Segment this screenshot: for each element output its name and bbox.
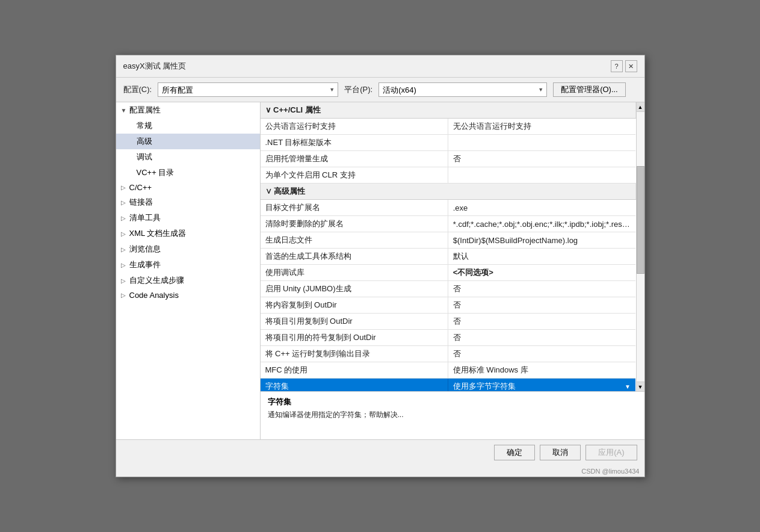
tree-label-manifest: 清单工具: [129, 212, 161, 223]
prop-row-charset[interactable]: 字符集 使用多字节字符集 ▼: [261, 379, 636, 392]
prop-name-managed: 启用托管增量生成: [261, 151, 448, 167]
watermark-bar: CSDN @limou3434: [116, 465, 644, 477]
help-button[interactable]: ?: [611, 60, 623, 72]
scrollbar-track: [637, 112, 644, 382]
prop-row-managed[interactable]: 启用托管增量生成 否: [261, 151, 636, 167]
tree-label-build-events: 生成事件: [129, 259, 161, 270]
bottom-panel-title: 字符集: [268, 397, 637, 407]
prop-value-copy-symbols: 否: [448, 330, 635, 346]
prop-row-copy-runtime[interactable]: 将 C++ 运行时复制到输出目录 否: [261, 346, 636, 362]
tree-item-browse[interactable]: ▷ 浏览信息: [116, 241, 260, 257]
prop-value-copy-refs: 否: [448, 314, 635, 330]
prop-row-copy-refs[interactable]: 将项目引用复制到 OutDir 否: [261, 314, 636, 330]
prop-name-copy-symbols: 将项目引用的符号复制到 OutDir: [261, 330, 448, 346]
prop-row-build-log[interactable]: 生成日志文件 $(IntDir)$(MSBuildProjectName).lo…: [261, 232, 636, 249]
scrollbar-up-btn[interactable]: ▲: [637, 102, 644, 112]
tree-label-code-analysis: Code Analysis: [129, 291, 179, 300]
config-manager-button[interactable]: 配置管理器(O)...: [553, 82, 626, 97]
tree-item-xml[interactable]: ▷ XML 文档生成器: [116, 226, 260, 241]
arrow-browse: ▷: [121, 246, 127, 253]
property-dialog: easyX测试 属性页 ? ✕ 配置(C): 所有配置 平台(P): 活动(x6…: [116, 55, 645, 477]
toolbar-row: 配置(C): 所有配置 平台(P): 活动(x64) 配置管理器(O)...: [116, 78, 644, 102]
tree-label-cpp: C/C++: [129, 183, 152, 192]
prop-name-debug-lib: 使用调试库: [261, 265, 448, 281]
close-button[interactable]: ✕: [625, 60, 637, 72]
platform-label: 平台(P):: [344, 84, 372, 95]
right-main: ∨ C++/CLI 属性 公共语言运行时支持 无公共语言运行时支持 .NET 目…: [261, 102, 644, 391]
platform-select[interactable]: 活动(x64): [378, 82, 547, 97]
prop-row-clr[interactable]: 公共语言运行时支持 无公共语言运行时支持: [261, 119, 636, 135]
prop-name-target-ext: 目标文件扩展名: [261, 200, 448, 216]
prop-name-copy-refs: 将项目引用复制到 OutDir: [261, 314, 448, 330]
prop-row-toolset[interactable]: 首选的生成工具体系结构 默认: [261, 249, 636, 265]
prop-name-clean-ext: 清除时要删除的扩展名: [261, 216, 448, 232]
tree-item-config-props[interactable]: ▼ 配置属性: [116, 102, 260, 118]
bottom-panel: 字符集 通知编译器使用指定的字符集；帮助解决...: [261, 391, 644, 439]
cancel-button[interactable]: 取消: [540, 445, 581, 460]
props-scrollable[interactable]: ∨ C++/CLI 属性 公共语言运行时支持 无公共语言运行时支持 .NET 目…: [261, 102, 636, 391]
prop-value-unity: 否: [448, 281, 635, 297]
tree-item-vc-dirs[interactable]: VC++ 目录: [116, 165, 260, 181]
prop-value-toolset: 默认: [448, 249, 635, 265]
prop-row-unity[interactable]: 启用 Unity (JUMBO)生成 否: [261, 281, 636, 297]
prop-row-clean-ext[interactable]: 清除时要删除的扩展名 *.cdf;*.cache;*.obj;*.obj.enc…: [261, 216, 636, 232]
tree-item-build-events[interactable]: ▷ 生成事件: [116, 257, 260, 273]
dialog-title: easyX测试 属性页: [123, 61, 187, 72]
section-header-advanced: ∨ 高级属性: [261, 184, 636, 200]
scrollbar-thumb[interactable]: [637, 166, 644, 274]
prop-row-copy-content[interactable]: 将内容复制到 OutDir 否: [261, 297, 636, 314]
arrow-config-props: ▼: [121, 107, 127, 114]
tree-item-linker[interactable]: ▷ 链接器: [116, 194, 260, 210]
scrollbar[interactable]: ▲ ▼: [636, 102, 644, 391]
apply-button[interactable]: 应用(A): [585, 445, 637, 460]
props-table: ∨ C++/CLI 属性 公共语言运行时支持 无公共语言运行时支持 .NET 目…: [261, 102, 636, 391]
prop-value-clean-ext: *.cdf;*.cache;*.obj;*.obj.enc;*.ilk;*.ip…: [448, 216, 635, 232]
tree-item-manifest[interactable]: ▷ 清单工具: [116, 210, 260, 226]
watermark-text: CSDN @limou3434: [581, 468, 639, 475]
prop-value-mfc: 使用标准 Windows 库: [448, 362, 635, 379]
prop-row-debug-lib[interactable]: 使用调试库 <不同选项>: [261, 265, 636, 281]
arrow-linker: ▷: [121, 199, 127, 206]
right-panel: ∨ C++/CLI 属性 公共语言运行时支持 无公共语言运行时支持 .NET 目…: [261, 102, 644, 439]
tree-label-browse: 浏览信息: [129, 244, 161, 255]
prop-name-clr: 公共语言运行时支持: [261, 119, 448, 135]
tree-label-config-props: 配置属性: [129, 105, 161, 116]
action-bar: 确定 取消 应用(A): [116, 439, 644, 465]
prop-row-target-ext[interactable]: 目标文件扩展名 .exe: [261, 200, 636, 216]
prop-row-clr-single[interactable]: 为单个文件启用 CLR 支持: [261, 167, 636, 184]
prop-value-debug-lib: <不同选项>: [448, 265, 635, 281]
scrollbar-down-btn[interactable]: ▼: [637, 382, 644, 391]
charset-dropdown-arrow[interactable]: ▼: [625, 383, 631, 390]
prop-name-toolset: 首选的生成工具体系结构: [261, 249, 448, 265]
prop-row-mfc[interactable]: MFC 的使用 使用标准 Windows 库: [261, 362, 636, 379]
prop-value-copy-content: 否: [448, 297, 635, 314]
tree-item-debug[interactable]: 调试: [116, 149, 260, 165]
tree-item-cpp[interactable]: ▷ C/C++: [116, 181, 260, 194]
main-content: ▼ 配置属性 常规 高级 调试 VC++ 目录 ▷ C/C++: [116, 102, 644, 439]
section-header-label-cpp-cli: ∨ C++/CLI 属性: [265, 105, 321, 114]
tree-item-general[interactable]: 常规: [116, 118, 260, 134]
tree-label-advanced: 高级: [137, 136, 152, 147]
config-select[interactable]: 所有配置: [158, 82, 338, 97]
prop-name-clr-single: 为单个文件启用 CLR 支持: [261, 167, 448, 184]
prop-row-copy-symbols[interactable]: 将项目引用的符号复制到 OutDir 否: [261, 330, 636, 346]
config-label: 配置(C):: [123, 84, 152, 95]
config-select-wrapper: 所有配置: [158, 82, 338, 97]
arrow-manifest: ▷: [121, 215, 127, 221]
prop-name-copy-runtime: 将 C++ 运行时复制到输出目录: [261, 346, 448, 362]
tree-label-custom-build: 自定义生成步骤: [129, 275, 184, 286]
prop-row-dotnet[interactable]: .NET 目标框架版本: [261, 135, 636, 151]
platform-select-wrapper: 活动(x64): [378, 82, 547, 97]
prop-name-build-log: 生成日志文件: [261, 232, 448, 249]
tree-item-custom-build[interactable]: ▷ 自定义生成步骤: [116, 273, 260, 288]
tree-item-code-analysis[interactable]: ▷ Code Analysis: [116, 288, 260, 302]
arrow-code-analysis: ▷: [121, 292, 127, 298]
ok-button[interactable]: 确定: [494, 445, 535, 460]
section-header-label-advanced: ∨ 高级属性: [265, 187, 306, 196]
section-header-cpp-cli: ∨ C++/CLI 属性: [261, 102, 636, 119]
tree-label-vc-dirs: VC++ 目录: [137, 167, 175, 178]
prop-value-dotnet: [448, 135, 635, 151]
prop-name-charset: 字符集: [261, 379, 448, 392]
tree-item-advanced[interactable]: 高级: [116, 134, 260, 149]
prop-name-dotnet: .NET 目标框架版本: [261, 135, 448, 151]
